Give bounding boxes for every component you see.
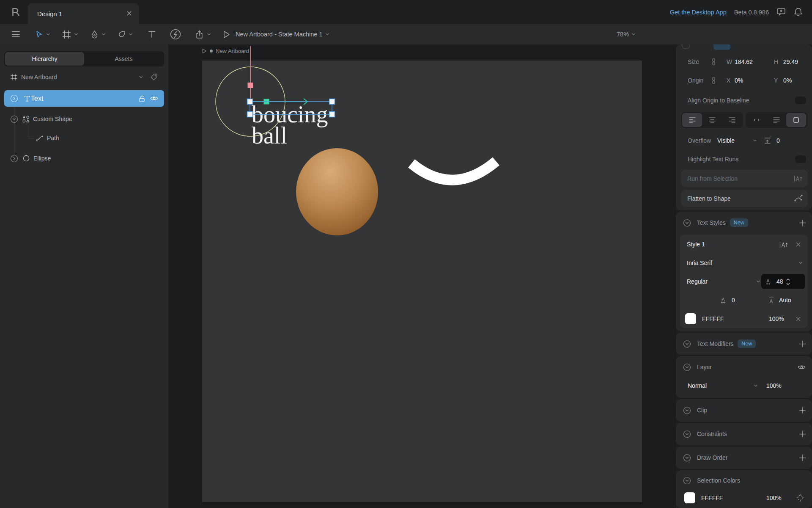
text-tool-button[interactable] (148, 24, 156, 44)
add-icon[interactable] (799, 407, 806, 414)
main-menu-button[interactable] (11, 24, 20, 44)
stepper-arrows-icon[interactable] (786, 278, 790, 286)
tab-hierarchy[interactable]: Hierarchy (5, 52, 84, 66)
collapse-chevron-icon[interactable] (683, 454, 691, 462)
constraints-header[interactable]: Constraints (676, 423, 812, 445)
clip-header[interactable]: Clip (676, 399, 812, 421)
fill-opacity-input[interactable]: 100% (769, 315, 784, 322)
font-size-value[interactable]: 48 (776, 278, 783, 285)
tree-row-custom-shape[interactable]: Custom Shape (0, 111, 168, 127)
layer-opacity-input[interactable]: 100% (766, 382, 782, 389)
align-center-button[interactable] (702, 113, 722, 127)
link-values-icon[interactable] (711, 77, 716, 84)
playback-target-dropdown[interactable]: New Artboard - State Machine 1 (236, 24, 329, 44)
highlight-runs-toggle[interactable] (795, 155, 806, 163)
add-icon[interactable] (799, 454, 806, 461)
chevron-down-icon[interactable] (207, 33, 211, 36)
letter-spacing-input[interactable]: 0 (732, 297, 735, 304)
tree-row-path[interactable]: Path (0, 130, 168, 146)
chevron-down-icon[interactable] (129, 33, 133, 36)
tag-icon[interactable] (150, 73, 158, 81)
rive-logo-icon[interactable] (10, 6, 21, 17)
chevron-down-icon[interactable] (753, 139, 757, 142)
export-button[interactable] (195, 24, 211, 44)
close-tab-icon[interactable] (126, 11, 132, 16)
style-name[interactable]: Style 1 (687, 241, 705, 248)
blend-mode-dropdown[interactable]: Normal (688, 382, 707, 389)
fill-hex-input[interactable]: FFFFFF (702, 315, 724, 322)
height-input[interactable]: 29.49 (783, 58, 798, 65)
line-height-input[interactable]: Auto (779, 297, 791, 304)
tree-row-ellipse[interactable]: Ellipse (0, 150, 168, 166)
collapse-chevron-icon[interactable] (683, 406, 691, 414)
artboard-canvas-label[interactable]: New Artboard (202, 48, 249, 54)
selection-color-opacity[interactable]: 100% (766, 494, 782, 501)
canvas-text-element[interactable]: boucing ball (252, 104, 328, 146)
origin-y-input[interactable]: 0% (783, 77, 792, 84)
align-right-button[interactable] (722, 113, 742, 127)
overflow-gap-input[interactable]: 0 (776, 137, 780, 144)
text-run-icon[interactable] (779, 241, 788, 248)
font-family-row[interactable]: Inria Serif (680, 254, 808, 272)
align-left-button[interactable] (682, 113, 702, 127)
fill-color-swatch[interactable] (685, 313, 696, 324)
flatten-to-shape-button[interactable]: Flatten to Shape (681, 190, 808, 207)
collapse-chevron-icon[interactable] (683, 219, 691, 227)
layer-header[interactable]: Layer (676, 356, 812, 378)
chevron-down-icon[interactable] (74, 33, 78, 36)
collapse-chevron-icon[interactable] (683, 430, 691, 438)
visibility-eye-icon[interactable] (150, 95, 159, 102)
origin-x-input[interactable]: 0% (735, 77, 743, 84)
collapse-chevron-icon[interactable] (683, 340, 691, 348)
run-from-selection-button[interactable]: Run from Selection (681, 170, 808, 187)
link-values-icon[interactable] (711, 58, 716, 66)
chevron-down-icon[interactable] (139, 75, 143, 79)
play-button[interactable] (222, 24, 230, 44)
add-icon[interactable] (799, 431, 806, 438)
remove-style-icon[interactable] (796, 242, 801, 247)
expand-chevron-icon[interactable] (10, 155, 18, 163)
font-size-input[interactable]: 48 (761, 274, 805, 289)
artboard-tool-button[interactable] (62, 24, 78, 44)
font-family-dropdown[interactable]: Inria Serif (687, 260, 712, 266)
file-tab[interactable]: Design 1 (28, 3, 139, 24)
text-modifiers-header[interactable]: Text Modifiers New (676, 333, 812, 355)
collapse-chevron-icon[interactable] (10, 115, 18, 123)
tab-assets[interactable]: Assets (84, 52, 163, 66)
selection-color-swatch[interactable] (684, 492, 695, 503)
events-tool-button[interactable] (170, 24, 181, 44)
align-origin-toggle[interactable] (795, 97, 806, 104)
play-icon[interactable] (202, 48, 207, 54)
collapse-chevron-icon[interactable] (683, 477, 691, 485)
shape-tool-button[interactable] (117, 24, 133, 44)
tree-row-artboard[interactable]: New Artboard (0, 69, 168, 85)
canvas-viewport[interactable]: New Artboard boucing ball (168, 44, 676, 508)
selection-color-hex[interactable]: FFFFFF (701, 494, 723, 501)
expand-chevron-icon[interactable] (10, 94, 18, 102)
text-styles-header[interactable]: Text Styles New (676, 212, 812, 234)
overflow-dropdown[interactable]: Visible (717, 137, 735, 144)
auto-height-button[interactable] (766, 113, 786, 127)
tree-row-text[interactable]: Text (4, 90, 164, 107)
auto-width-button[interactable] (746, 113, 766, 127)
draw-order-header[interactable]: Draw Order (676, 447, 812, 469)
pen-tool-button[interactable] (90, 24, 106, 44)
chevron-down-icon[interactable] (46, 33, 50, 36)
visibility-eye-icon[interactable] (797, 364, 806, 370)
font-weight-dropdown[interactable]: Regular (687, 278, 708, 285)
remove-fill-icon[interactable] (796, 316, 801, 322)
width-input[interactable]: 184.62 (735, 58, 753, 65)
target-picker-icon[interactable] (796, 494, 804, 502)
collapse-chevron-icon[interactable] (683, 363, 691, 371)
add-icon[interactable] (799, 219, 806, 226)
fixed-size-button[interactable] (786, 113, 806, 127)
select-tool-button[interactable] (35, 24, 50, 44)
notifications-bell-icon[interactable] (794, 7, 803, 17)
unlock-icon[interactable] (138, 95, 145, 102)
feedback-icon[interactable] (776, 8, 786, 17)
get-desktop-app-link[interactable]: Get the Desktop App (670, 9, 727, 16)
selection-colors-header[interactable]: Selection Colors (676, 470, 812, 491)
zoom-level-dropdown[interactable]: 78% (617, 24, 636, 44)
chevron-down-icon[interactable] (102, 33, 106, 36)
add-icon[interactable] (799, 340, 806, 348)
